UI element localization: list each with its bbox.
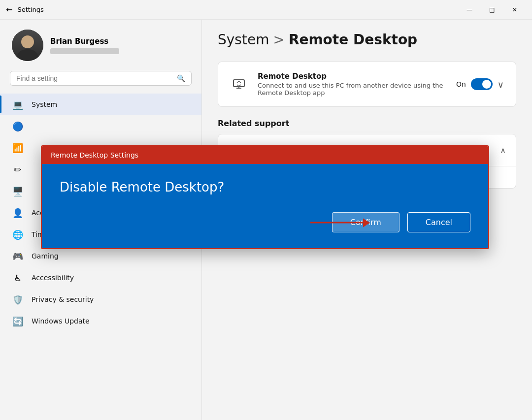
dialog-body: Disable Remote Desktop? Confirm Cancel bbox=[42, 164, 488, 248]
arrow-annotation bbox=[310, 222, 369, 223]
confirm-dialog: Remote Desktop Settings Disable Remote D… bbox=[41, 145, 489, 249]
arrow-line bbox=[310, 222, 369, 223]
dialog-overlay: Remote Desktop Settings Disable Remote D… bbox=[0, 0, 532, 420]
dialog-titlebar: Remote Desktop Settings bbox=[42, 146, 488, 164]
dialog-buttons: Confirm Cancel bbox=[60, 212, 470, 232]
cancel-button[interactable]: Cancel bbox=[407, 212, 470, 232]
dialog-question: Disable Remote Desktop? bbox=[60, 180, 470, 194]
